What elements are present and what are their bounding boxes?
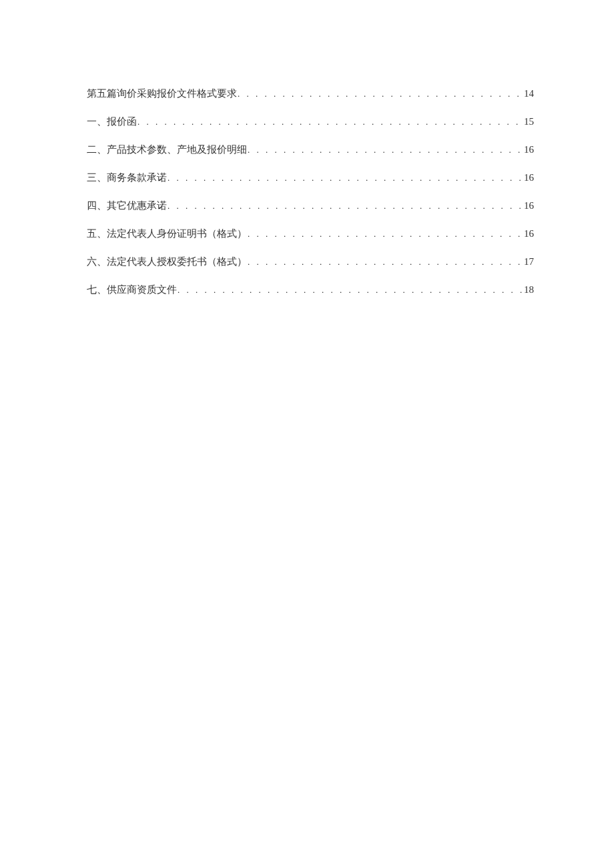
toc-entry-title: 二、产品技术参数、产地及报价明细 (87, 143, 247, 157)
toc-entry-title: 五、法定代表人身份证明书（格式） (87, 227, 247, 241)
toc-entry: 五、法定代表人身份证明书（格式） . . . . . . . . . . . .… (87, 227, 534, 241)
toc-entry-page: 14 (524, 87, 534, 101)
toc-entry: 二、产品技术参数、产地及报价明细 . . . . . . . . . . . .… (87, 143, 534, 157)
toc-entry-title: 一、报价函 (87, 115, 137, 129)
toc-dots-leader: . . . . . . . . . . . . . . . . . . . . … (167, 172, 524, 184)
toc-entry-page: 16 (524, 227, 534, 241)
toc-entry-title: 六、法定代表人授权委托书（格式） (87, 255, 247, 269)
toc-entry-page: 17 (524, 255, 534, 269)
toc-entry: 四、其它优惠承诺 . . . . . . . . . . . . . . . .… (87, 199, 534, 213)
toc-entry-title: 第五篇询价采购报价文件格式要求 (87, 87, 237, 101)
toc-dots-leader: . . . . . . . . . . . . . . . . . . . . … (167, 200, 524, 212)
toc-entry-title: 七、供应商资质文件 (87, 283, 177, 297)
toc-entry: 三、商务条款承诺 . . . . . . . . . . . . . . . .… (87, 171, 534, 185)
toc-dots-leader: . . . . . . . . . . . . . . . . . . . . … (247, 144, 524, 156)
toc-entry-page: 18 (524, 283, 534, 297)
toc-entry-page: 16 (524, 143, 534, 157)
toc-dots-leader: . . . . . . . . . . . . . . . . . . . . … (247, 256, 524, 268)
toc-dots-leader: . . . . . . . . . . . . . . . . . . . . … (137, 116, 524, 128)
toc-entry-page: 15 (524, 115, 534, 129)
toc-entry-title: 三、商务条款承诺 (87, 171, 167, 185)
toc-entry-title: 四、其它优惠承诺 (87, 199, 167, 213)
toc-dots-leader: . . . . . . . . . . . . . . . . . . . . … (237, 88, 524, 100)
toc-entry: 一、报价函 . . . . . . . . . . . . . . . . . … (87, 115, 534, 129)
toc-entry: 七、供应商资质文件 . . . . . . . . . . . . . . . … (87, 283, 534, 297)
toc-dots-leader: . . . . . . . . . . . . . . . . . . . . … (247, 228, 524, 240)
toc-entry-page: 16 (524, 171, 534, 185)
toc-dots-leader: . . . . . . . . . . . . . . . . . . . . … (177, 284, 524, 296)
toc-entry-page: 16 (524, 199, 534, 213)
table-of-contents: 第五篇询价采购报价文件格式要求 . . . . . . . . . . . . … (87, 87, 534, 297)
toc-entry: 第五篇询价采购报价文件格式要求 . . . . . . . . . . . . … (87, 87, 534, 101)
toc-entry: 六、法定代表人授权委托书（格式） . . . . . . . . . . . .… (87, 255, 534, 269)
